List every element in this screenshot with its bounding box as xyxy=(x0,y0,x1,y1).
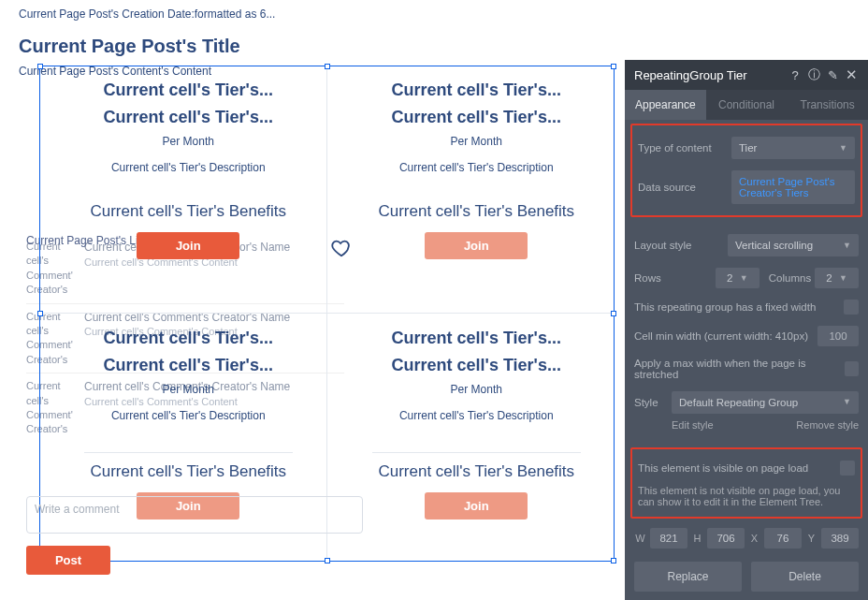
panel-header[interactable]: RepeatingGroup Tier ? ⓘ ✎ ✕ xyxy=(625,60,868,90)
info-icon[interactable]: ⓘ xyxy=(806,67,821,82)
layout-style-select[interactable]: Vertical scrolling▼ xyxy=(728,234,859,256)
post-title: Current Page Post's Title xyxy=(19,28,606,61)
replace-button[interactable]: Replace xyxy=(634,562,742,592)
cell-min-width-input[interactable]: 100 xyxy=(817,326,859,346)
style-label: Style xyxy=(634,397,666,408)
columns-label: Columns xyxy=(769,272,811,284)
visible-on-load-label: This element is visible on page load xyxy=(638,462,808,474)
resize-handle-n[interactable] xyxy=(325,64,330,69)
layout-style-label: Layout style xyxy=(634,240,728,251)
highlight-type-datasource: Type of content Tier▼ Data source Curren… xyxy=(630,124,862,217)
comment-icon[interactable]: ✎ xyxy=(825,67,840,82)
property-panel[interactable]: RepeatingGroup Tier ? ⓘ ✎ ✕ Appearance C… xyxy=(625,60,868,600)
chevron-down-icon: ▼ xyxy=(839,143,847,153)
resize-handle-e[interactable] xyxy=(611,311,616,316)
tab-transitions[interactable]: Transitions xyxy=(787,90,868,120)
width-input[interactable]: 821 xyxy=(650,528,687,549)
remove-style-link[interactable]: Remove style xyxy=(796,419,859,431)
highlight-visibility: This element is visible on page load Thi… xyxy=(630,447,862,519)
edit-style-link[interactable]: Edit style xyxy=(672,419,714,431)
resize-handle-se[interactable] xyxy=(611,558,616,563)
rows-input[interactable]: 2 ▼ xyxy=(716,268,760,288)
panel-title: RepeatingGroup Tier xyxy=(634,68,784,82)
chevron-down-icon: ▼ xyxy=(843,241,851,250)
comment-input[interactable]: Write a comment xyxy=(26,496,363,534)
editor-canvas[interactable]: Current Page Post's Creation Date:format… xyxy=(0,0,625,600)
tab-appearance[interactable]: Appearance xyxy=(625,90,706,120)
apply-max-width-label: Apply a max width when the page is stret… xyxy=(634,358,845,380)
visible-on-load-checkbox[interactable] xyxy=(840,461,855,476)
apply-max-width-checkbox[interactable] xyxy=(845,361,859,376)
resize-handle-ne[interactable] xyxy=(611,64,616,69)
type-of-content-select[interactable]: Tier▼ xyxy=(731,137,855,159)
close-icon[interactable]: ✕ xyxy=(844,67,859,82)
cell-min-width-label: Cell min width (current width: 410px) xyxy=(634,330,808,342)
coord-row: W 821 H 706 X 76 Y 389 xyxy=(625,522,868,554)
post-date: Current Page Post's Creation Date:format… xyxy=(19,0,606,28)
data-source-label: Data source xyxy=(638,182,731,193)
type-of-content-label: Type of content xyxy=(638,142,731,154)
visible-hint: This element is not visible on page load… xyxy=(638,481,855,511)
tab-conditional[interactable]: Conditional xyxy=(706,90,788,120)
x-input[interactable]: 76 xyxy=(764,528,802,549)
resize-handle-nw[interactable] xyxy=(37,64,43,69)
columns-input[interactable]: 2 ▼ xyxy=(815,268,859,288)
style-select[interactable]: Default Repeating Group▼ xyxy=(672,391,859,414)
y-input[interactable]: 389 xyxy=(821,528,859,549)
help-icon[interactable]: ? xyxy=(788,67,803,82)
selection-outline[interactable] xyxy=(39,66,615,562)
resize-handle-w[interactable] xyxy=(37,311,43,316)
resize-handle-s[interactable] xyxy=(325,558,330,563)
height-input[interactable]: 706 xyxy=(707,528,745,549)
chevron-down-icon: ▼ xyxy=(843,397,851,408)
fixed-width-label: This repeating group has a fixed width xyxy=(634,301,816,313)
post-button[interactable]: Post xyxy=(26,546,110,575)
data-source-field[interactable]: Current Page Post's Creator's Tiers xyxy=(731,170,855,204)
delete-button[interactable]: Delete xyxy=(751,562,859,592)
fixed-width-checkbox[interactable] xyxy=(844,300,859,315)
panel-tabs: Appearance Conditional Transitions xyxy=(625,90,868,120)
rows-label: Rows xyxy=(634,272,712,284)
